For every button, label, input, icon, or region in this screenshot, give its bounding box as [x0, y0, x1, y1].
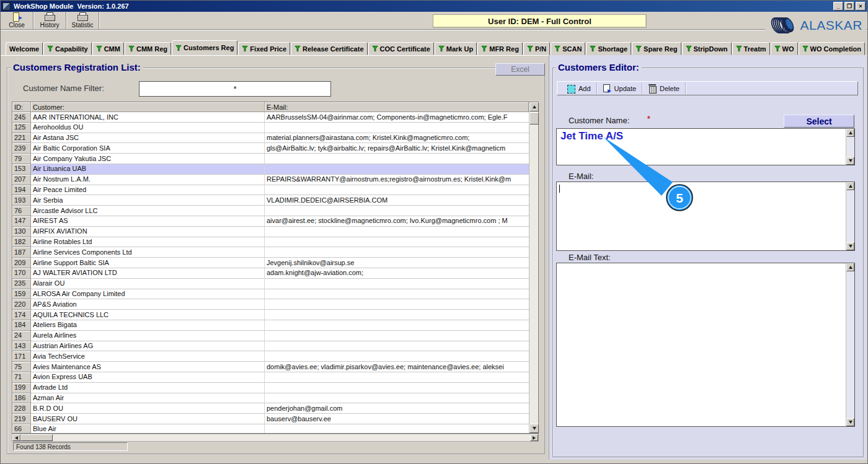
tab-cmm-reg[interactable]: CMM Reg	[125, 42, 171, 55]
tab-shortage[interactable]: Shortage	[586, 42, 631, 55]
filter-icon	[372, 45, 378, 52]
table-row[interactable]: 207 Air Nostrum L.A.M. REPAIRS&WARRANTY@…	[12, 175, 529, 185]
tab-release-certificate[interactable]: Release Certificate	[291, 42, 367, 55]
scroll-down-button[interactable]	[846, 418, 854, 426]
table-vertical-scrollbar[interactable]	[529, 102, 538, 433]
column-header[interactable]: ID:	[12, 102, 31, 112]
email-field[interactable]	[556, 182, 855, 251]
field-scrollbar[interactable]	[846, 129, 854, 165]
table-row[interactable]: 171 Avia TechService	[12, 351, 529, 362]
restore-button[interactable]: ❐	[844, 2, 854, 11]
list-panel-title: Customers Registration List:	[11, 62, 143, 72]
table-row[interactable]: 184 Ateliers Bigata	[12, 320, 529, 331]
filter-icon	[636, 45, 642, 52]
tab-cmm[interactable]: CMM	[92, 42, 124, 55]
table-row[interactable]: 170 AJ WALTER AVIATION LTD adam.knight@a…	[12, 268, 529, 279]
filter-icon	[96, 45, 102, 52]
scrollbar-thumb[interactable]	[529, 112, 539, 125]
scroll-down-button[interactable]	[846, 157, 854, 165]
app-icon	[2, 2, 11, 11]
scroll-up-button[interactable]	[846, 182, 854, 190]
user-id-banner: User ID: DEM - Full Control	[433, 14, 647, 28]
table-row[interactable]: 75 Avies Maintenance AS domik@avies.ee; …	[12, 362, 529, 372]
table-row[interactable]: 193 Air Serbia VLADIMIR.DEDEIC@AIRSERBIA…	[12, 195, 529, 206]
scroll-down-button[interactable]	[529, 424, 539, 433]
tab-mfr-reg[interactable]: MFR Reg	[477, 42, 523, 55]
table-row[interactable]: 187 Airline Services Components Ltd	[12, 247, 529, 258]
table-row[interactable]: 199 Avtrade Ltd	[12, 383, 529, 393]
scroll-up-button[interactable]	[846, 263, 854, 271]
table-row[interactable]: 24 Aurela Airlines	[12, 331, 529, 341]
tab-capability[interactable]: Capability	[43, 42, 92, 55]
customer-name-label: Customer Name:	[569, 116, 629, 125]
filter-icon	[736, 45, 742, 52]
table-horizontal-scrollbar[interactable]	[12, 434, 539, 442]
statistic-button[interactable]: Statistic	[66, 12, 99, 29]
minimize-button[interactable]: _	[833, 2, 843, 11]
table-row[interactable]: 159 ALROSA Air Company Limited	[12, 289, 529, 300]
table-row[interactable]: 245 AAR INTERNATIONAL, INC AARBrusselsSM…	[12, 112, 529, 123]
excel-button[interactable]: Excel	[495, 63, 545, 76]
update-button[interactable]: Update	[597, 82, 642, 94]
close-window-button[interactable]: ×	[856, 2, 866, 11]
table-row[interactable]: 76 Aircastle Advisor LLC	[12, 206, 529, 216]
scrollbar-thumb[interactable]	[20, 434, 53, 441]
filter-icon	[774, 45, 781, 52]
history-button[interactable]: History	[33, 12, 66, 29]
tab-coc-certificate[interactable]: COC Certificate	[368, 42, 434, 55]
table-row[interactable]: 239 Air Baltic Corporation SIA gls@AirBa…	[12, 143, 529, 154]
field-scrollbar[interactable]	[846, 182, 854, 250]
table-row[interactable]: 220 AP&S Aviation	[12, 299, 529, 310]
editor-panel-title: Customers Editor:	[556, 62, 642, 72]
tab-treatm[interactable]: Treatm	[732, 42, 770, 55]
delete-button[interactable]: Delete	[642, 82, 686, 94]
table-row[interactable]: 209 Airline Support Baltic SIA Jevgenij.…	[12, 258, 529, 268]
close-button[interactable]: Close	[1, 12, 33, 29]
tab-customers-reg[interactable]: Customers Reg	[172, 40, 237, 55]
tab-scan[interactable]: SCAN	[551, 42, 585, 55]
table-row[interactable]: 182 Airline Rotables Ltd	[12, 237, 529, 248]
column-header[interactable]: Customer:	[31, 102, 265, 112]
customer-name-filter-input[interactable]	[139, 81, 331, 97]
filter-icon	[527, 45, 533, 52]
table-row[interactable]: 153 Air Lituanica UAB	[12, 164, 529, 175]
field-scrollbar[interactable]	[846, 263, 854, 426]
scroll-down-button[interactable]	[846, 242, 854, 250]
table-row[interactable]: 174 AQUILA TECHNICS LLC	[12, 310, 529, 320]
scroll-up-button[interactable]	[529, 102, 539, 112]
column-header[interactable]: E-Mail:	[265, 102, 529, 112]
tab-pn[interactable]: P/N	[523, 42, 550, 55]
tab-wo-completion[interactable]: WO Completion	[799, 42, 866, 55]
tab-fixed-price[interactable]: Fixed Price	[238, 42, 290, 55]
table-row[interactable]: 235 Alarair OU	[12, 279, 529, 289]
alaskar-logo-icon	[769, 14, 799, 37]
tab-spare-reg[interactable]: Spare Reg	[632, 42, 681, 55]
tab-stripdown[interactable]: StripDown	[682, 42, 732, 55]
scroll-up-button[interactable]	[846, 129, 854, 137]
tab-welcome[interactable]: Welcome	[6, 42, 43, 55]
table-row[interactable]: 221 Air Astana JSC material.planners@air…	[12, 133, 529, 144]
scroll-left-button[interactable]	[12, 434, 20, 441]
email-text-field[interactable]	[556, 263, 855, 427]
scroll-right-button[interactable]	[530, 434, 538, 441]
update-page-icon	[603, 84, 611, 93]
select-button[interactable]: Select	[784, 115, 854, 128]
filter-icon	[802, 45, 808, 52]
customer-name-field[interactable]: Jet Time A/S	[556, 128, 855, 165]
table-row[interactable]: 79 Air Company Yakutia JSC	[12, 154, 529, 164]
tab-wo[interactable]: WO	[771, 42, 798, 55]
table-row[interactable]: 228 B.R.D OU penderjohan@gmail.com	[12, 403, 529, 414]
table-row[interactable]: 130 AIRFIX AVIATION	[12, 227, 529, 237]
table-row[interactable]: 186 Azman Air	[12, 393, 529, 404]
tab-mark-up[interactable]: Mark Up	[435, 42, 477, 55]
table-row[interactable]: 66 Blue Air	[12, 424, 529, 433]
table-row[interactable]: 71 Avion Express UAB	[12, 372, 529, 383]
table-body: 245 AAR INTERNATIONAL, INC AARBrusselsSM…	[12, 112, 529, 433]
table-row[interactable]: 147 AIREST AS aivar@airest.ee; stockline…	[12, 216, 529, 227]
table-row[interactable]: 143 Austrian Airlines AG	[12, 341, 529, 352]
table-row[interactable]: 194 Air Peace Limited	[12, 185, 529, 196]
title-bar[interactable]: WorkShop Module Version: 1.0.267 _❐×	[1, 1, 867, 12]
table-row[interactable]: 125 Aerohooldus OU	[12, 123, 529, 133]
table-row[interactable]: 219 BAUSERV OU bauserv@bauserv.ee	[12, 414, 529, 424]
add-button[interactable]: Add	[561, 82, 597, 94]
